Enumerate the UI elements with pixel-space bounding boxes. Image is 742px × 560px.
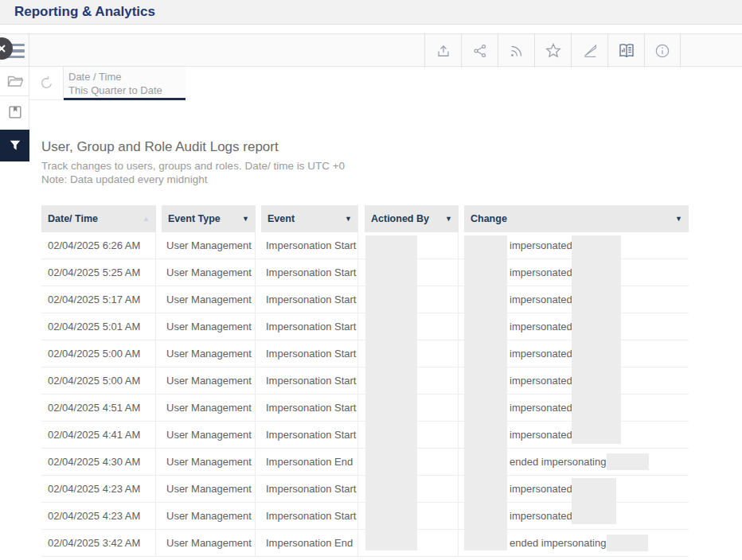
date-time-filter-chip[interactable]: Date / Time This Quarter to Date: [64, 67, 186, 100]
cell-date-time: 02/04/2025 5:01 AM: [41, 313, 156, 340]
titlebar: Reporting & Analytics: [0, 0, 742, 25]
cell-event-type: User Management: [162, 340, 256, 367]
redaction-block: [607, 535, 648, 551]
chevron-down-icon: ▼: [675, 215, 682, 223]
page-title: Reporting & Analytics: [14, 4, 155, 20]
sidebar-item-bookmark[interactable]: [0, 96, 29, 127]
cell-date-time: 02/04/2025 4:41 AM: [41, 422, 156, 448]
cell-event-type: User Management: [162, 313, 256, 340]
cell-event: Impersonation End: [261, 449, 358, 475]
column-header-event[interactable]: Event ▼: [261, 205, 358, 232]
sidebar-item-filter-active[interactable]: [0, 130, 29, 161]
cell-event: Impersonation Start: [261, 340, 358, 367]
cell-event: Impersonation Start: [261, 422, 358, 448]
column-header-actioned-by[interactable]: Actioned By ▼: [365, 205, 459, 232]
filter-chip-value: This Quarter to Date: [68, 84, 186, 97]
edit-button[interactable]: [571, 34, 607, 68]
info-icon: [654, 42, 671, 60]
cell-event-type: User Management: [162, 476, 256, 502]
cell-event-type: User Management: [162, 259, 256, 286]
feed-button[interactable]: [498, 34, 534, 68]
redaction-block: [607, 453, 649, 470]
export-icon: [435, 42, 452, 60]
cell-event-type: User Management: [162, 449, 256, 475]
filter-funnel-icon: [7, 138, 23, 154]
redaction-block: [572, 235, 621, 444]
chevron-down-icon: ▼: [445, 215, 452, 223]
cell-event-type: User Management: [162, 530, 256, 556]
cell-date-time: 02/04/2025 5:00 AM: [41, 340, 156, 367]
column-header-event-type[interactable]: Event Type ▼: [162, 205, 256, 232]
redaction-block: [572, 478, 616, 524]
cell-event: Impersonation Start: [261, 395, 358, 421]
column-header-date-time[interactable]: Date/ Time ▲: [41, 205, 156, 232]
favorite-star-icon: [544, 41, 563, 60]
redaction-block: [365, 235, 417, 550]
cell-event: Impersonation Start: [261, 476, 358, 502]
undo-icon: [37, 74, 56, 93]
cell-event-type: User Management: [162, 503, 256, 529]
cell-event: Impersonation Start: [261, 313, 358, 340]
cell-date-time: 02/04/2025 4:23 AM: [41, 476, 156, 502]
report-button[interactable]: [607, 34, 644, 68]
cell-event-type: User Management: [162, 232, 256, 259]
folder-icon: [6, 72, 25, 91]
column-header-change[interactable]: Change ▼: [464, 205, 689, 232]
cell-event: Impersonation Start: [261, 503, 358, 529]
chevron-down-icon: ▼: [242, 215, 249, 223]
cell-event: Impersonation End: [261, 530, 358, 556]
cell-date-time: 02/04/2025 4:30 AM: [41, 449, 156, 475]
cell-event-type: User Management: [162, 395, 256, 421]
redaction-block: [464, 235, 507, 550]
cell-date-time: 02/04/2025 4:51 AM: [41, 395, 156, 421]
share-button[interactable]: [461, 34, 498, 68]
cell-event: Impersonation Start: [261, 232, 358, 259]
report-book-icon: [617, 41, 636, 60]
app-window: Reporting & Analytics: [0, 0, 742, 560]
toolbar-actions: [424, 34, 681, 68]
filter-chip-label: Date / Time: [68, 70, 186, 84]
share-icon: [471, 42, 489, 60]
toolbar: [0, 33, 742, 67]
sidebar-item-folder[interactable]: [0, 67, 29, 96]
chevron-down-icon: ▼: [345, 215, 352, 223]
cell-date-time: 02/04/2025 5:00 AM: [41, 368, 156, 394]
cell-event: Impersonation Start: [261, 368, 358, 394]
edit-pen-icon: [581, 42, 599, 60]
export-button[interactable]: [424, 34, 461, 68]
info-button[interactable]: [644, 34, 681, 68]
cell-date-time: 02/04/2025 3:42 AM: [41, 530, 156, 556]
cell-date-time: 02/04/2025 5:17 AM: [41, 286, 156, 313]
feed-icon: [508, 42, 525, 60]
cell-date-time: 02/04/2025 6:26 AM: [41, 232, 156, 259]
cell-event-type: User Management: [162, 286, 256, 313]
table-header: Date/ Time ▲ Event Type ▼ Event ▼ Action…: [41, 205, 689, 232]
cell-event: Impersonation Start: [261, 259, 358, 286]
close-icon: [0, 44, 6, 53]
cell-event: Impersonation Start: [261, 286, 358, 313]
favorite-button[interactable]: [534, 34, 571, 68]
cell-event-type: User Management: [162, 368, 256, 394]
cell-date-time: 02/04/2025 5:25 AM: [41, 259, 156, 286]
report-header: User, Group and Role Audit Logs report T…: [41, 139, 599, 186]
report-note: Note: Data updated every midnight: [41, 173, 599, 186]
cell-date-time: 02/04/2025 4:23 AM: [41, 503, 156, 529]
audit-log-table: Date/ Time ▲ Event Type ▼ Event ▼ Action…: [41, 205, 689, 557]
report-title: User, Group and Role Audit Logs report: [41, 139, 599, 155]
report-subtitle: Track changes to users, groups and roles…: [41, 159, 599, 173]
bookmark-icon: [6, 103, 24, 121]
sort-ascending-icon: ▲: [143, 215, 150, 223]
undo-button[interactable]: [29, 67, 64, 100]
cell-event-type: User Management: [162, 422, 256, 448]
